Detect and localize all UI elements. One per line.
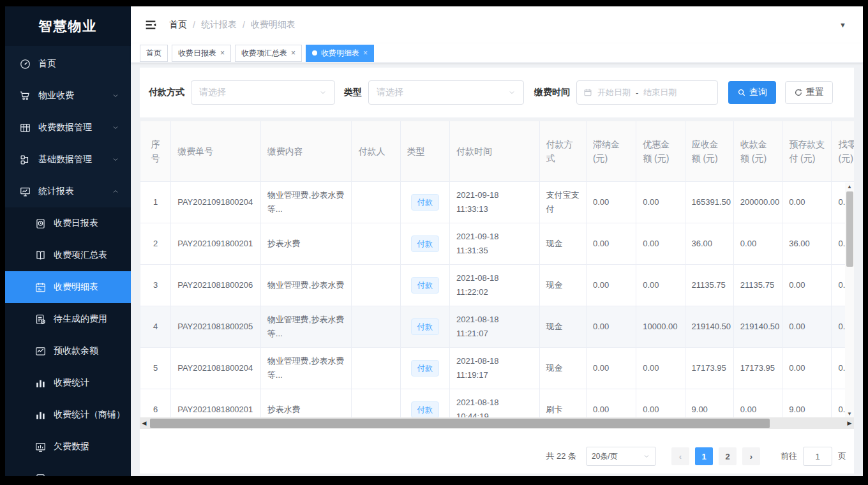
tab-label: 收费项汇总表: [241, 48, 287, 59]
sidebar-item-label: 欠费数据: [54, 441, 89, 452]
close-icon[interactable]: ×: [220, 49, 225, 57]
page-number-buttons: 12: [695, 447, 737, 465]
sidebar-item-label: 首页: [38, 58, 56, 70]
cell-received: 17173.95: [733, 348, 782, 389]
type-placeholder: 请选择: [377, 87, 403, 98]
date-range-separator: -: [636, 88, 638, 98]
sidebar-item-首页[interactable]: 首页: [5, 48, 131, 80]
sidebar-item-收费日报表[interactable]: 收费日报表: [5, 207, 131, 239]
cell-late: 0.00: [586, 223, 636, 265]
pay-badge: 付款: [411, 401, 439, 418]
cell-index: 5: [140, 348, 171, 389]
sidebar-fold-icon[interactable]: [144, 18, 158, 32]
column-header: 付款人: [352, 121, 400, 182]
table-row[interactable]: 2PAY2021091800201抄表水费付款2021-09-18 11:31:…: [140, 223, 855, 265]
sidebar-item-label: 收费日报表: [54, 218, 98, 229]
table-row[interactable]: 5PAY2021081800204物业管理费,抄表水费等...付款2021-08…: [140, 348, 855, 389]
sidebar-item-收费项汇总表[interactable]: 收费项汇总表: [5, 239, 131, 271]
sidebar-item-partial[interactable]: [5, 463, 131, 476]
cell-payer: [352, 223, 400, 265]
cell-method: 现金: [539, 348, 586, 389]
goto-page-input[interactable]: [803, 447, 832, 466]
date-range-picker[interactable]: 开始日期 - 结束日期: [576, 80, 718, 105]
breadcrumb-item: 收费明细表: [251, 19, 296, 31]
cell-prepaid: 0.00: [782, 348, 832, 389]
column-header: 缴费单号: [171, 121, 261, 182]
cell-receivable: 21135.75: [685, 265, 733, 306]
page-size-select[interactable]: 20条/页: [586, 447, 656, 466]
type-select[interactable]: 请选择: [368, 80, 524, 105]
pay-badge: 付款: [411, 360, 439, 377]
sidebar-item-收费统计（商铺）[interactable]: 收费统计（商铺）: [5, 399, 131, 431]
vertical-scrollbar[interactable]: ▲ ▼: [845, 183, 854, 417]
table-row[interactable]: 4PAY2021081800205物业管理费,抄表水费等...付款2021-08…: [140, 306, 855, 348]
breadcrumb: 首页/统计报表/收费明细表: [169, 19, 296, 31]
table-row[interactable]: 3PAY2021081800206物业管理费,抄表水费付款2021-08-18 …: [140, 265, 855, 306]
type-label: 类型: [344, 87, 362, 98]
cell-order: PAY2021091800204: [171, 182, 261, 223]
sidebar-item-预收款余额[interactable]: 预收款余额: [5, 335, 131, 367]
page-button-1[interactable]: 1: [695, 447, 713, 465]
scroll-left-arrow-icon[interactable]: ◀: [140, 417, 149, 429]
close-icon[interactable]: ×: [291, 49, 296, 57]
reset-button[interactable]: 重置: [785, 81, 833, 104]
sidebar-item-label: 收费数据管理: [38, 122, 92, 133]
table-row[interactable]: 1PAY2021091800204物业管理费,抄表水费等...付款2021-09…: [140, 182, 855, 223]
cell-content: 物业管理费,抄表水费等...: [260, 306, 352, 348]
close-icon[interactable]: ×: [363, 49, 368, 57]
tab-label: 首页: [146, 48, 161, 59]
breadcrumb-separator: /: [193, 20, 195, 30]
tab-首页[interactable]: 首页: [140, 45, 168, 62]
vertical-scroll-thumb[interactable]: [846, 191, 853, 267]
prev-page-button[interactable]: ‹: [671, 447, 689, 465]
cell-received: 0.00: [733, 223, 782, 265]
pay-badge: 付款: [411, 277, 439, 294]
next-page-button[interactable]: ›: [742, 447, 760, 465]
user-menu-caret-icon[interactable]: ▼: [839, 21, 846, 29]
column-header: 类型: [400, 121, 449, 182]
gauge-icon: [19, 58, 31, 70]
scroll-right-arrow-icon[interactable]: ▶: [845, 417, 854, 429]
sidebar-item-欠费数据[interactable]: 欠费数据: [5, 431, 131, 463]
cell-time: 2021-08-18 11:19:17: [450, 348, 540, 389]
search-button[interactable]: 查询: [728, 81, 776, 104]
chevron-up-icon: [112, 188, 119, 195]
tab-收费日报表[interactable]: 收费日报表×: [172, 45, 231, 62]
cell-late: 0.00: [586, 265, 636, 306]
cell-received: 21135.75: [733, 265, 782, 306]
horizontal-scrollbar[interactable]: ◀ ▶: [140, 417, 854, 429]
chart-line-box-icon: [34, 345, 47, 357]
sidebar-item-物业收费[interactable]: 物业收费: [5, 80, 131, 112]
sidebar-item-基础数据管理[interactable]: 基础数据管理: [5, 144, 131, 175]
cell-discount: 0.00: [636, 265, 685, 306]
cart-icon: [19, 90, 31, 102]
doc-clock-icon: [34, 218, 47, 230]
pay-badge: 付款: [411, 235, 439, 252]
column-header: 缴费内容: [260, 121, 352, 182]
pay-method-select[interactable]: 请选择: [191, 80, 335, 105]
sidebar-item-收费数据管理[interactable]: 收费数据管理: [5, 112, 131, 144]
pay-method-label: 付款方式: [149, 87, 184, 98]
breadcrumb-item[interactable]: 首页: [169, 19, 187, 31]
sidebar-item-收费明细表[interactable]: 收费明细表: [5, 271, 131, 303]
monitor-chart-icon: [19, 186, 31, 198]
scroll-down-arrow-icon[interactable]: ▼: [845, 410, 854, 417]
goto-label: 前往: [781, 451, 797, 462]
breadcrumb-item: 统计报表: [201, 19, 237, 31]
start-date-placeholder: 开始日期: [597, 87, 631, 98]
horizontal-scroll-thumb[interactable]: [150, 419, 770, 428]
page-button-2[interactable]: 2: [719, 447, 737, 465]
sidebar-item-统计报表[interactable]: 统计报表: [5, 175, 131, 207]
tab-收费项汇总表[interactable]: 收费项汇总表×: [235, 45, 302, 62]
top-navbar: 首页/统计报表/收费明细表 ▼: [131, 6, 863, 43]
scroll-up-arrow-icon[interactable]: ▲: [845, 183, 854, 190]
column-header: 付款时间: [450, 121, 540, 182]
sidebar-item-待生成的费用[interactable]: 待生成的费用: [5, 303, 131, 335]
cell-content: 物业管理费,抄表水费等...: [260, 348, 352, 389]
tab-收费明细表[interactable]: 收费明细表×: [306, 45, 374, 62]
cell-prepaid: 36.00: [782, 223, 832, 265]
sidebar-item-label: 待生成的费用: [54, 313, 107, 325]
sidebar-item-收费统计[interactable]: 收费统计: [5, 367, 131, 399]
cell-late: 0.00: [586, 348, 636, 389]
result-table-card: 序号缴费单号缴费内容付款人类型付款时间付款方式滞纳金 (元)优惠金额 (元)应收…: [140, 121, 854, 474]
